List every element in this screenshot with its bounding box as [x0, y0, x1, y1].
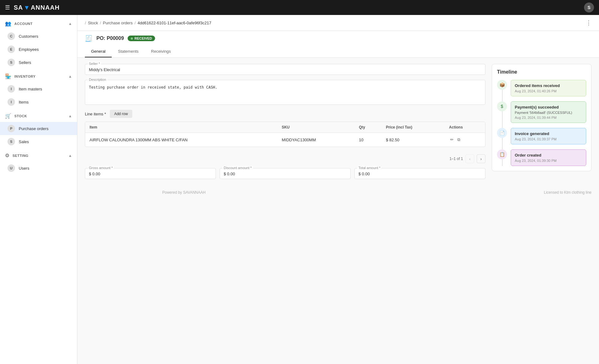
seller-label: Seller * — [88, 62, 101, 66]
sidebar-section-inventory-header[interactable]: 🏪 INVENTORY ▲ — [0, 70, 77, 82]
sidebar-section-account-header-left: 👥 ACCOUNT — [5, 21, 33, 27]
sidebar-item-item-masters[interactable]: I Item masters — [0, 82, 77, 95]
total-amount-label: Total amount * — [357, 166, 382, 170]
setting-chevron-icon: ▲ — [68, 153, 72, 158]
hamburger-icon[interactable]: ☰ — [5, 4, 10, 11]
timeline-item: 📄 Invoice generated Aug 23, 2024, 01:39:… — [497, 128, 586, 144]
timeline-event-title-2: Invoice generated — [515, 131, 582, 136]
timeline-event-title-0: Ordered items received — [515, 83, 582, 88]
sidebar-section-stock: 🛒 STOCK ▲ P Purchase orders S Sales — [0, 110, 77, 148]
content-area: Seller * Middy's Electrical Description … — [77, 58, 599, 185]
sidebar-section-setting: ⚙ SETTING ▲ U Users — [0, 149, 77, 175]
col-sku: SKU — [277, 122, 355, 133]
timeline-event-card-1: Payment(s) succeeded Payment '564b8aa8' … — [511, 101, 586, 123]
sidebar-item-sellers[interactable]: S Sellers — [0, 56, 77, 69]
tab-receivings[interactable]: Receivings — [145, 46, 177, 57]
stock-icon: 🛒 — [5, 113, 11, 119]
footer-left: Powered by SAVANNAAH — [162, 190, 206, 195]
status-dot — [131, 37, 133, 40]
line-items-title: Line items * — [85, 112, 106, 116]
description-label: Description — [88, 78, 107, 81]
edit-row-button[interactable]: ✏ — [449, 136, 455, 143]
sidebar-section-setting-header-left: ⚙ SETTING — [5, 153, 28, 158]
timeline-item: 📋 Order created Aug 23, 2024, 01:39:30 P… — [497, 149, 586, 166]
tab-statements[interactable]: Statements — [112, 46, 145, 57]
item-masters-label: Item masters — [19, 87, 42, 91]
timeline-event-card-3: Order created Aug 23, 2024, 01:39:30 PM — [511, 149, 586, 166]
copy-row-button[interactable]: ⧉ — [456, 136, 461, 143]
topnav: ☰ SA▼ANNAAH S — [0, 0, 599, 15]
add-row-button[interactable]: Add row — [110, 110, 132, 118]
sidebar-section-setting-header[interactable]: ⚙ SETTING ▲ — [0, 149, 77, 162]
gross-amount-value: $ 0.00 — [89, 170, 212, 176]
table-row: AIRFLOW CALOUNDRA 1300MM ABS WHITE C/FAN… — [85, 133, 485, 147]
sidebar-item-employees[interactable]: E Employees — [0, 43, 77, 56]
topnav-left: ☰ SA▼ANNAAH — [5, 4, 60, 11]
sidebar-section-stock-header[interactable]: 🛒 STOCK ▲ — [0, 110, 77, 122]
customers-letter: C — [7, 32, 15, 40]
cell-price: $ 82.50 — [382, 133, 445, 147]
timeline-event-time-3: Aug 23, 2024, 01:39:30 PM — [515, 159, 582, 163]
cell-item: AIRFLOW CALOUNDRA 1300MM ABS WHITE C/FAN — [85, 133, 277, 147]
timeline-icon-0: 📦 — [497, 80, 507, 90]
timeline-card: Timeline 📦 Ordered items received Aug 23… — [492, 64, 592, 171]
sellers-label: Sellers — [19, 60, 31, 65]
cell-actions: ✏ ⧉ — [445, 133, 485, 147]
timeline-item: 📦 Ordered items received Aug 23, 2024, 0… — [497, 80, 586, 96]
breadcrumb-stock[interactable]: Stock — [88, 21, 98, 25]
seller-value: Middy's Electrical — [89, 66, 481, 72]
timeline-item: $ Payment(s) succeeded Payment '564b8aa8… — [497, 101, 586, 123]
timeline-title: Timeline — [497, 69, 586, 75]
sidebar-section-account: 👥 ACCOUNT ▲ C Customers E Employees S Se… — [0, 17, 77, 69]
gross-amount-label: Gross amount * — [88, 166, 114, 170]
pagination-next-button[interactable]: › — [477, 154, 485, 163]
discount-amount-field: Discount amount * $ 0.00 — [220, 168, 351, 179]
sidebar-section-inventory: 🏪 INVENTORY ▲ I Item masters I Items — [0, 70, 77, 109]
breadcrumb-sep-3: / — [134, 21, 136, 25]
col-actions: Actions — [445, 122, 485, 133]
timeline-icon-1: $ — [497, 101, 507, 111]
form-section: Seller * Middy's Electrical Description … — [85, 64, 485, 179]
sidebar-item-items[interactable]: I Items — [0, 95, 77, 109]
total-amount-value: $ 0.00 — [358, 170, 481, 176]
setting-icon: ⚙ — [5, 153, 9, 158]
sidebar-section-setting-title: SETTING — [12, 154, 28, 158]
timeline-event-title-3: Order created — [515, 153, 582, 158]
logo-triangle: ▼ — [24, 4, 30, 11]
account-chevron-icon: ▲ — [68, 22, 72, 26]
sidebar-section-account-header[interactable]: 👥 ACCOUNT ▲ — [0, 17, 77, 30]
sidebar-item-purchase-orders[interactable]: P Purchase orders — [0, 122, 77, 135]
breadcrumb-purchase-orders[interactable]: Purchase orders — [103, 21, 133, 25]
col-price: Price (incl Tax) — [382, 122, 445, 133]
tab-general[interactable]: General — [85, 46, 112, 57]
sellers-letter: S — [7, 59, 15, 66]
sidebar-item-users[interactable]: U Users — [0, 162, 77, 175]
timeline-event-title-1: Payment(s) succeeded — [515, 105, 582, 109]
status-badge: RECEIVED — [128, 36, 155, 41]
breadcrumb-menu-icon[interactable]: ⋮ — [586, 19, 592, 26]
cell-qty: 10 — [355, 133, 382, 147]
timeline-items: 📦 Ordered items received Aug 23, 2024, 0… — [497, 80, 586, 166]
sidebar-section-stock-header-left: 🛒 STOCK — [5, 113, 27, 119]
sales-label: Sales — [19, 139, 29, 144]
items-letter: I — [7, 98, 15, 106]
layout: 👥 ACCOUNT ▲ C Customers E Employees S Se… — [0, 15, 599, 364]
breadcrumb-id: 4dd61622-6101-11ef-aac6-0afe96f3c217 — [138, 21, 211, 25]
logo: SA▼ANNAAH — [14, 4, 60, 11]
avatar-button[interactable]: S — [584, 2, 594, 12]
item-masters-letter: I — [7, 85, 15, 93]
col-qty: Qty — [355, 122, 382, 133]
customers-label: Customers — [19, 34, 38, 39]
timeline-section: Timeline 📦 Ordered items received Aug 23… — [492, 64, 592, 179]
users-letter: U — [7, 164, 15, 172]
timeline-icon-2: 📄 — [497, 128, 507, 138]
stock-chevron-icon: ▲ — [68, 114, 72, 118]
sidebar-section-stock-title: STOCK — [14, 114, 27, 118]
line-items-header: Line items * Add row — [85, 110, 485, 118]
col-item: Item — [85, 122, 277, 133]
pagination-prev-button[interactable]: ‹ — [465, 154, 474, 163]
sidebar-item-sales[interactable]: S Sales — [0, 135, 77, 148]
sales-letter: S — [7, 138, 15, 145]
timeline-event-time-2: Aug 23, 2024, 01:39:37 PM — [515, 137, 582, 141]
sidebar-item-customers[interactable]: C Customers — [0, 30, 77, 43]
